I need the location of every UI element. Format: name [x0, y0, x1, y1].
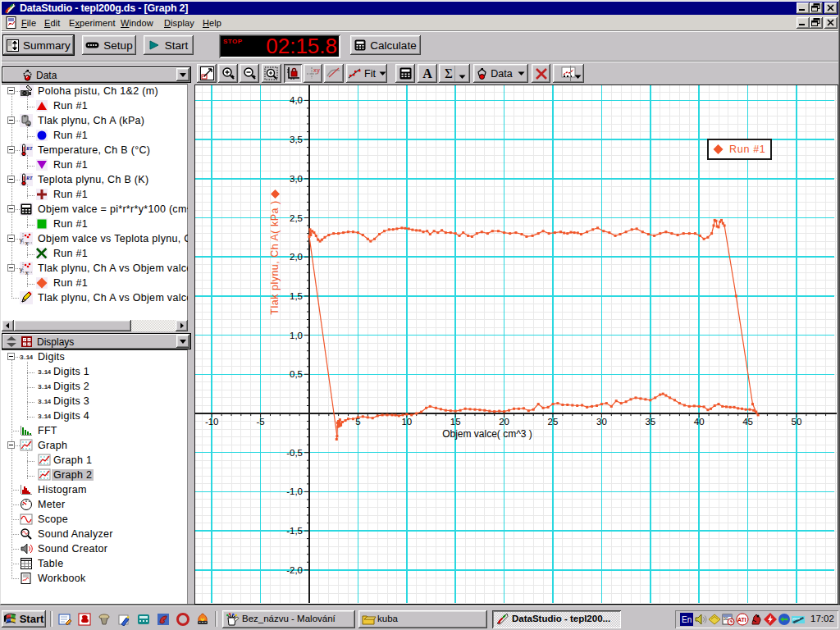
svg-text:-5: -5: [256, 417, 264, 427]
svg-text:xy: xy: [313, 67, 320, 74]
svg-text:40: 40: [694, 417, 705, 427]
svg-text:3,0: 3,0: [290, 174, 303, 184]
svg-text:45: 45: [742, 417, 753, 427]
svg-text:-10: -10: [205, 417, 219, 427]
svg-text:30: 30: [596, 417, 607, 427]
svg-text:y: y: [20, 267, 23, 273]
svg-text:15: 15: [450, 417, 461, 427]
svg-text:1,5: 1,5: [290, 291, 303, 301]
svg-text:Tlak plynu, Ch A( kPa ): Tlak plynu, Ch A( kPa ): [269, 200, 281, 314]
svg-text:10: 10: [401, 417, 412, 427]
svg-text:-1,5: -1,5: [286, 526, 303, 536]
svg-text:3.14: 3.14: [20, 354, 33, 361]
svg-text:25: 25: [548, 417, 559, 427]
svg-text:RTD: RTD: [25, 176, 33, 180]
svg-text:En: En: [682, 615, 692, 624]
svg-text:30: 30: [724, 616, 728, 621]
svg-text:4,0: 4,0: [290, 95, 303, 105]
svg-text:3,5: 3,5: [290, 135, 303, 144]
svg-text:35: 35: [645, 417, 655, 427]
svg-text:2,5: 2,5: [290, 213, 303, 223]
svg-text:3.14: 3.14: [38, 368, 51, 376]
svg-text:20: 20: [499, 417, 509, 427]
svg-text:Run #1: Run #1: [729, 144, 766, 155]
svg-text:RTD: RTD: [25, 146, 33, 151]
svg-text:3.14: 3.14: [38, 398, 51, 405]
svg-text:3.14: 3.14: [38, 413, 51, 420]
svg-text:y: y: [20, 237, 23, 244]
svg-text:1,0: 1,0: [290, 331, 303, 340]
svg-text:-2,0: -2,0: [286, 565, 303, 575]
svg-text:-0,5: -0,5: [286, 448, 303, 458]
svg-text:0,5: 0,5: [290, 369, 303, 379]
svg-text:-1,0: -1,0: [286, 486, 303, 496]
svg-text:2,0: 2,0: [290, 252, 303, 262]
svg-text:50: 50: [792, 417, 802, 427]
svg-text:3.14: 3.14: [38, 383, 51, 390]
svg-text:ATI: ATI: [737, 617, 746, 623]
svg-text:Objem valce( cm^3 ): Objem valce( cm^3 ): [442, 428, 532, 440]
